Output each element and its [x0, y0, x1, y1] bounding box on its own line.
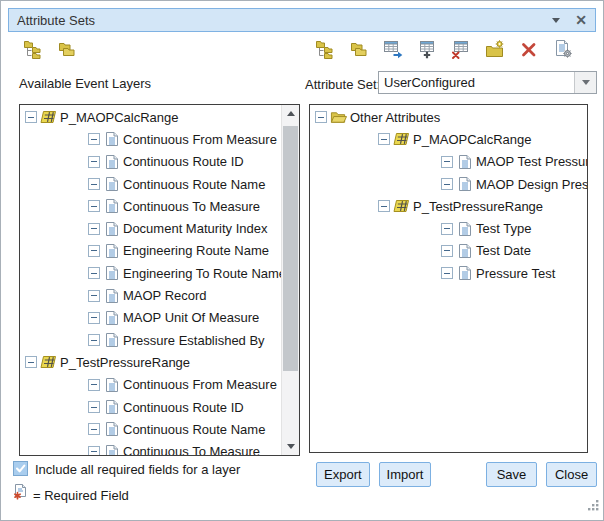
- collapse-all-attributes-button[interactable]: [348, 38, 370, 60]
- doc-icon: [103, 154, 120, 170]
- collapse-toggle-icon[interactable]: [315, 111, 327, 123]
- collapse-toggle-icon[interactable]: [25, 111, 37, 123]
- collapse-toggle-icon[interactable]: [88, 334, 100, 346]
- tree-item-label: Engineering To Route Name: [123, 266, 282, 281]
- collapse-toggle-icon[interactable]: [88, 267, 100, 279]
- available-layers-tree-panel: P_MAOPCalcRangeContinuous From MeasureCo…: [19, 104, 300, 456]
- remove-table-button[interactable]: [450, 38, 472, 60]
- collapse-toggle-icon[interactable]: [88, 245, 100, 257]
- import-button[interactable]: Import: [379, 462, 432, 487]
- tree-item[interactable]: Continuous To Measure: [20, 440, 282, 456]
- doc-icon: [103, 198, 120, 214]
- doc-icon: [103, 377, 120, 393]
- tree-item[interactable]: Other Attributes: [310, 106, 587, 128]
- layer-icon: [393, 132, 410, 146]
- tree-item[interactable]: Pressure Test: [310, 262, 587, 284]
- collapse-toggle-icon[interactable]: [88, 200, 100, 212]
- window-menu-icon[interactable]: [552, 18, 560, 23]
- tree-item[interactable]: Test Date: [310, 240, 587, 262]
- close-icon[interactable]: ✕: [575, 13, 587, 27]
- collapse-toggle-icon[interactable]: [88, 178, 100, 190]
- tree-item[interactable]: P_MAOPCalcRange: [310, 128, 587, 150]
- footer-buttons: Export Import Save Close: [316, 462, 597, 487]
- attribute-set-value: UserConfigured: [379, 72, 574, 93]
- collapse-toggle-icon[interactable]: [88, 446, 100, 456]
- export-button[interactable]: Export: [316, 462, 370, 487]
- chevron-down-icon: [582, 80, 590, 85]
- tree-item[interactable]: MAOP Design Pressure: [310, 173, 587, 195]
- red-x-icon: [519, 39, 539, 59]
- tree-item[interactable]: Continuous Route ID: [20, 396, 282, 418]
- include-required-fields-checkbox[interactable]: [13, 461, 28, 476]
- folders-icon: [349, 39, 369, 59]
- tree-item[interactable]: Test Type: [310, 217, 587, 239]
- doc-icon: [456, 221, 473, 237]
- expand-all-layers-button[interactable]: [22, 38, 44, 60]
- tree-item[interactable]: Continuous Route Name: [20, 418, 282, 440]
- scroll-up-icon[interactable]: [282, 105, 299, 122]
- tree-item[interactable]: P_TestPressureRange: [20, 351, 282, 373]
- tree-item[interactable]: Continuous From Measure: [20, 374, 282, 396]
- collapse-toggle-icon[interactable]: [441, 245, 453, 257]
- doc-icon: [103, 399, 120, 415]
- available-event-layers-label: Available Event Layers: [19, 76, 151, 91]
- tree-item[interactable]: MAOP Record: [20, 284, 282, 306]
- attribute-set-properties-button[interactable]: [552, 38, 574, 60]
- tree-item[interactable]: Continuous From Measure: [20, 128, 282, 150]
- attribute-set-dropdown[interactable]: UserConfigured: [378, 71, 597, 94]
- doc-icon: [103, 421, 120, 437]
- layers-toolbar: [22, 38, 78, 60]
- tree-item[interactable]: MAOP Unit Of Measure: [20, 307, 282, 329]
- tree-item-label: P_MAOPCalcRange: [60, 110, 179, 125]
- tree-item-label: MAOP Design Pressure: [476, 177, 587, 192]
- dropdown-button[interactable]: [574, 72, 596, 93]
- resize-grip[interactable]: [587, 498, 600, 516]
- new-attribute-set-button[interactable]: [484, 38, 506, 60]
- tree-item-label: Engineering Route Name: [123, 243, 269, 258]
- tree-item[interactable]: Engineering Route Name: [20, 240, 282, 262]
- scrollbar-thumb[interactable]: [283, 126, 298, 371]
- collapse-toggle-icon[interactable]: [88, 156, 100, 168]
- collapse-toggle-icon[interactable]: [441, 178, 453, 190]
- vertical-scrollbar[interactable]: [281, 105, 299, 455]
- expand-all-attributes-button[interactable]: [314, 38, 336, 60]
- close-button[interactable]: Close: [546, 462, 597, 487]
- collapse-toggle-icon[interactable]: [378, 133, 390, 145]
- collapse-toggle-icon[interactable]: [378, 200, 390, 212]
- collapse-all-layers-button[interactable]: [56, 38, 78, 60]
- expand-tree-icon: [23, 39, 43, 59]
- tree-item-label: P_MAOPCalcRange: [413, 132, 532, 147]
- tree-item[interactable]: Pressure Established By: [20, 329, 282, 351]
- tree-item[interactable]: P_TestPressureRange: [310, 195, 587, 217]
- collapse-toggle-icon[interactable]: [441, 267, 453, 279]
- tree-item[interactable]: Document Maturity Index: [20, 217, 282, 239]
- doc-icon: [103, 444, 120, 456]
- tree-item[interactable]: Continuous To Measure: [20, 195, 282, 217]
- table-x-icon: [451, 39, 471, 59]
- tree-item-label: MAOP Test Pressure: [476, 154, 587, 169]
- save-button[interactable]: Save: [486, 462, 537, 487]
- collapse-toggle-icon[interactable]: [88, 379, 100, 391]
- export-table-button[interactable]: [382, 38, 404, 60]
- collapse-toggle-icon[interactable]: [88, 133, 100, 145]
- collapse-toggle-icon[interactable]: [441, 223, 453, 235]
- tree-item-label: Continuous Route Name: [123, 177, 265, 192]
- tree-item[interactable]: Continuous Route ID: [20, 151, 282, 173]
- collapse-toggle-icon[interactable]: [88, 290, 100, 302]
- attribute-set-tree-panel: Other AttributesP_MAOPCalcRangeMAOP Test…: [309, 104, 588, 453]
- tree-item[interactable]: Continuous Route Name: [20, 173, 282, 195]
- collapse-toggle-icon[interactable]: [88, 223, 100, 235]
- scroll-down-icon[interactable]: [282, 438, 299, 455]
- tree-item[interactable]: Engineering To Route Name: [20, 262, 282, 284]
- tree-item-label: MAOP Record: [123, 288, 207, 303]
- collapse-toggle-icon[interactable]: [88, 312, 100, 324]
- add-table-button[interactable]: [416, 38, 438, 60]
- collapse-toggle-icon[interactable]: [88, 401, 100, 413]
- delete-attribute-set-button[interactable]: [518, 38, 540, 60]
- collapse-toggle-icon[interactable]: [441, 156, 453, 168]
- tree-item[interactable]: MAOP Test Pressure: [310, 151, 587, 173]
- doc-icon: [103, 131, 120, 147]
- tree-item[interactable]: P_MAOPCalcRange: [20, 106, 282, 128]
- collapse-toggle-icon[interactable]: [25, 356, 37, 368]
- collapse-toggle-icon[interactable]: [88, 423, 100, 435]
